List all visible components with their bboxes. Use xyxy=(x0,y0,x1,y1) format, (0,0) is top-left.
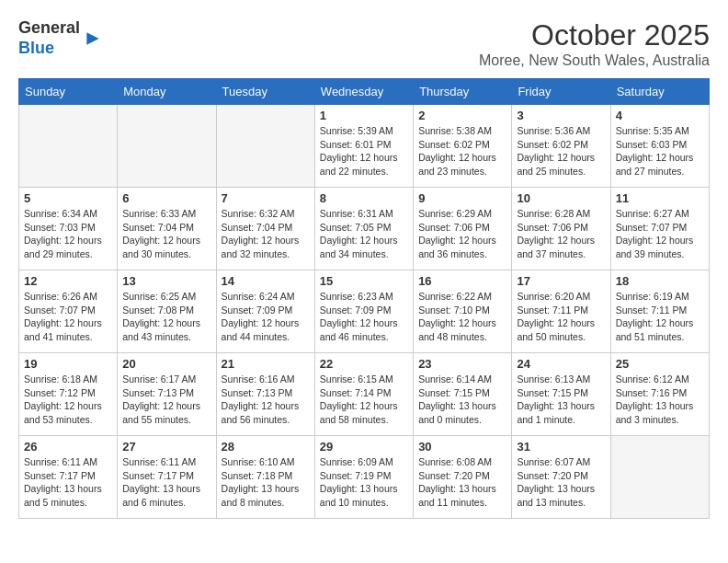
day-number: 20 xyxy=(122,357,210,371)
day-number: 30 xyxy=(418,440,506,454)
day-number: 15 xyxy=(320,274,408,288)
calendar-cell: 18Sunrise: 6:19 AMSunset: 7:11 PMDayligh… xyxy=(610,270,709,353)
day-info: Sunrise: 6:26 AMSunset: 7:07 PMDaylight:… xyxy=(24,290,112,344)
day-info: Sunrise: 6:13 AMSunset: 7:15 PMDaylight:… xyxy=(517,373,605,427)
day-info: Sunrise: 6:09 AMSunset: 7:19 PMDaylight:… xyxy=(320,455,408,510)
logo-line1: General xyxy=(18,18,80,39)
day-info: Sunrise: 5:39 AMSunset: 6:01 PMDaylight:… xyxy=(320,124,408,178)
day-info: Sunrise: 6:17 AMSunset: 7:13 PMDaylight:… xyxy=(122,373,210,427)
day-info: Sunrise: 6:22 AMSunset: 7:10 PMDaylight:… xyxy=(418,290,506,344)
svg-marker-0 xyxy=(86,32,98,44)
day-number: 31 xyxy=(517,440,605,454)
day-info: Sunrise: 6:33 AMSunset: 7:04 PMDaylight:… xyxy=(122,207,210,261)
calendar-cell: 5Sunrise: 6:34 AMSunset: 7:03 PMDaylight… xyxy=(19,188,118,270)
calendar-week-4: 19Sunrise: 6:18 AMSunset: 7:12 PMDayligh… xyxy=(19,353,710,436)
day-info: Sunrise: 5:36 AMSunset: 6:02 PMDaylight:… xyxy=(517,124,605,178)
day-info: Sunrise: 6:20 AMSunset: 7:11 PMDaylight:… xyxy=(517,290,605,344)
day-number: 9 xyxy=(418,191,506,205)
day-number: 14 xyxy=(222,274,310,288)
day-info: Sunrise: 6:14 AMSunset: 7:15 PMDaylight:… xyxy=(418,373,506,427)
day-number: 29 xyxy=(320,440,408,454)
calendar-cell: 25Sunrise: 6:12 AMSunset: 7:16 PMDayligh… xyxy=(610,353,709,436)
day-info: Sunrise: 6:19 AMSunset: 7:11 PMDaylight:… xyxy=(616,290,704,344)
day-number: 24 xyxy=(517,357,605,371)
day-info: Sunrise: 6:25 AMSunset: 7:08 PMDaylight:… xyxy=(122,290,210,344)
calendar-week-5: 26Sunrise: 6:11 AMSunset: 7:17 PMDayligh… xyxy=(19,436,710,519)
day-number: 7 xyxy=(222,191,310,205)
day-number: 1 xyxy=(320,109,408,122)
day-info: Sunrise: 6:15 AMSunset: 7:14 PMDaylight:… xyxy=(320,373,408,427)
calendar-cell: 26Sunrise: 6:11 AMSunset: 7:17 PMDayligh… xyxy=(19,436,118,519)
day-number: 28 xyxy=(222,440,310,454)
calendar-cell: 21Sunrise: 6:16 AMSunset: 7:13 PMDayligh… xyxy=(216,353,314,436)
day-info: Sunrise: 6:32 AMSunset: 7:04 PMDaylight:… xyxy=(222,207,310,261)
day-header-friday: Friday xyxy=(512,79,610,105)
day-info: Sunrise: 5:38 AMSunset: 6:02 PMDaylight:… xyxy=(418,124,506,178)
logo: General Blue xyxy=(18,18,102,58)
day-info: Sunrise: 6:34 AMSunset: 7:03 PMDaylight:… xyxy=(24,207,112,261)
calendar-cell: 10Sunrise: 6:28 AMSunset: 7:06 PMDayligh… xyxy=(512,188,610,270)
day-number: 8 xyxy=(320,191,408,205)
day-info: Sunrise: 6:24 AMSunset: 7:09 PMDaylight:… xyxy=(222,290,310,344)
calendar-cell: 31Sunrise: 6:07 AMSunset: 7:20 PMDayligh… xyxy=(512,436,610,519)
calendar-week-3: 12Sunrise: 6:26 AMSunset: 7:07 PMDayligh… xyxy=(19,270,710,353)
calendar-cell: 22Sunrise: 6:15 AMSunset: 7:14 PMDayligh… xyxy=(314,353,413,436)
day-number: 3 xyxy=(517,109,605,122)
logo-line2: Blue xyxy=(18,39,80,59)
calendar-cell: 13Sunrise: 6:25 AMSunset: 7:08 PMDayligh… xyxy=(118,270,216,353)
day-number: 27 xyxy=(122,440,210,454)
calendar-cell: 19Sunrise: 6:18 AMSunset: 7:12 PMDayligh… xyxy=(19,353,118,436)
day-number: 25 xyxy=(616,357,704,371)
calendar-cell: 16Sunrise: 6:22 AMSunset: 7:10 PMDayligh… xyxy=(414,270,512,353)
calendar-cell: 14Sunrise: 6:24 AMSunset: 7:09 PMDayligh… xyxy=(216,270,314,353)
day-number: 13 xyxy=(122,274,210,288)
calendar-title: October 2025 xyxy=(479,18,710,52)
day-number: 10 xyxy=(517,191,605,205)
day-info: Sunrise: 6:28 AMSunset: 7:06 PMDaylight:… xyxy=(517,207,605,261)
day-number: 21 xyxy=(222,357,310,371)
day-number: 18 xyxy=(616,274,704,288)
day-info: Sunrise: 6:12 AMSunset: 7:16 PMDaylight:… xyxy=(616,373,704,427)
day-info: Sunrise: 6:27 AMSunset: 7:07 PMDaylight:… xyxy=(616,207,704,261)
day-number: 17 xyxy=(517,274,605,288)
logo-icon xyxy=(84,29,102,48)
day-number: 2 xyxy=(418,109,506,122)
day-header-monday: Monday xyxy=(118,79,216,105)
calendar-cell: 23Sunrise: 6:14 AMSunset: 7:15 PMDayligh… xyxy=(414,353,512,436)
calendar-cell: 27Sunrise: 6:11 AMSunset: 7:17 PMDayligh… xyxy=(118,436,216,519)
day-info: Sunrise: 6:23 AMSunset: 7:09 PMDaylight:… xyxy=(320,290,408,344)
calendar-cell: 28Sunrise: 6:10 AMSunset: 7:18 PMDayligh… xyxy=(216,436,314,519)
calendar-cell: 1Sunrise: 5:39 AMSunset: 6:01 PMDaylight… xyxy=(314,105,413,188)
calendar-cell: 12Sunrise: 6:26 AMSunset: 7:07 PMDayligh… xyxy=(19,270,118,353)
calendar-cell: 11Sunrise: 6:27 AMSunset: 7:07 PMDayligh… xyxy=(610,188,709,270)
calendar-cell xyxy=(610,436,709,519)
calendar-cell xyxy=(118,105,216,188)
day-info: Sunrise: 6:31 AMSunset: 7:05 PMDaylight:… xyxy=(320,207,408,261)
calendar-subtitle: Moree, New South Wales, Australia xyxy=(479,52,710,69)
day-number: 12 xyxy=(24,274,112,288)
calendar-header-row: SundayMondayTuesdayWednesdayThursdayFrid… xyxy=(19,79,710,105)
calendar-cell xyxy=(216,105,314,188)
calendar-cell: 8Sunrise: 6:31 AMSunset: 7:05 PMDaylight… xyxy=(314,188,413,270)
calendar-cell: 24Sunrise: 6:13 AMSunset: 7:15 PMDayligh… xyxy=(512,353,610,436)
calendar-cell: 30Sunrise: 6:08 AMSunset: 7:20 PMDayligh… xyxy=(414,436,512,519)
day-info: Sunrise: 6:11 AMSunset: 7:17 PMDaylight:… xyxy=(122,455,210,510)
calendar-week-1: 1Sunrise: 5:39 AMSunset: 6:01 PMDaylight… xyxy=(19,105,710,188)
calendar-cell: 15Sunrise: 6:23 AMSunset: 7:09 PMDayligh… xyxy=(314,270,413,353)
day-info: Sunrise: 6:11 AMSunset: 7:17 PMDaylight:… xyxy=(24,455,112,510)
day-info: Sunrise: 6:16 AMSunset: 7:13 PMDaylight:… xyxy=(222,373,310,427)
calendar-week-2: 5Sunrise: 6:34 AMSunset: 7:03 PMDaylight… xyxy=(19,188,710,270)
day-info: Sunrise: 6:29 AMSunset: 7:06 PMDaylight:… xyxy=(418,207,506,261)
day-number: 19 xyxy=(24,357,112,371)
title-section: October 2025 Moree, New South Wales, Aus… xyxy=(479,18,710,69)
day-header-saturday: Saturday xyxy=(610,79,709,105)
calendar-cell: 4Sunrise: 5:35 AMSunset: 6:03 PMDaylight… xyxy=(610,105,709,188)
day-info: Sunrise: 6:07 AMSunset: 7:20 PMDaylight:… xyxy=(517,455,605,510)
calendar-table: SundayMondayTuesdayWednesdayThursdayFrid… xyxy=(18,78,710,519)
page-header: General Blue October 2025 Moree, New Sou… xyxy=(18,18,710,69)
day-number: 5 xyxy=(24,191,112,205)
day-info: Sunrise: 6:18 AMSunset: 7:12 PMDaylight:… xyxy=(24,373,112,427)
calendar-cell: 20Sunrise: 6:17 AMSunset: 7:13 PMDayligh… xyxy=(118,353,216,436)
day-number: 26 xyxy=(24,440,112,454)
calendar-cell: 29Sunrise: 6:09 AMSunset: 7:19 PMDayligh… xyxy=(314,436,413,519)
